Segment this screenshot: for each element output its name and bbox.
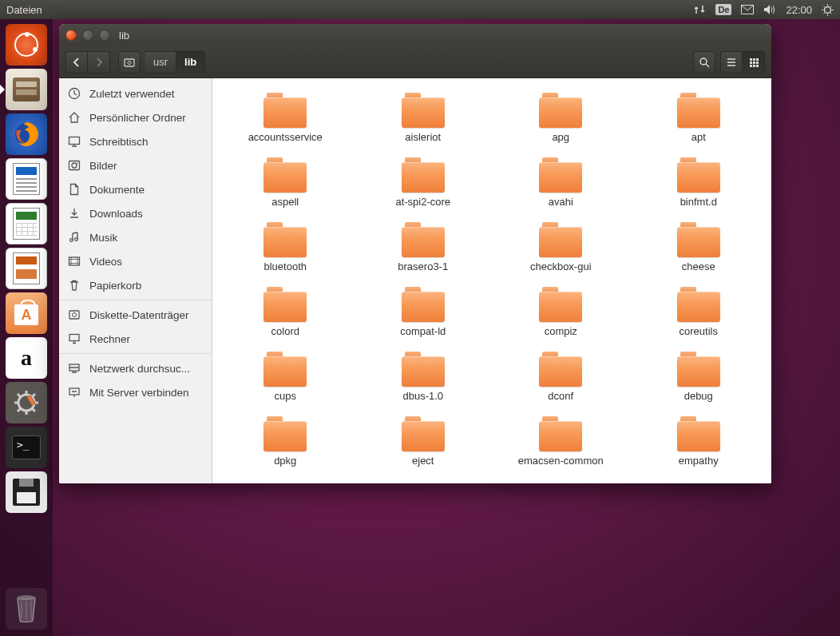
sidebar-item-trash[interactable]: Papierkorb [59,273,212,297]
launcher-software[interactable]: A [6,292,47,334]
sidebar-item-documents[interactable]: Dokumente [59,177,212,201]
folder-item[interactable]: bluetooth [220,222,351,272]
folder-item[interactable]: apt [634,93,764,143]
launcher-calc[interactable] [6,203,47,244]
sidebar-item-computer[interactable]: Rechner [59,327,212,351]
launcher-amazon[interactable]: a [6,337,47,379]
nav-back-button[interactable] [65,51,88,74]
launcher-firefox[interactable] [6,113,47,155]
view-list-button[interactable] [720,51,743,74]
search-button[interactable] [693,51,715,74]
folder-item[interactable]: dconf [496,352,626,402]
folder-item[interactable]: apg [496,93,626,143]
volume-icon[interactable] [763,4,776,15]
window-close-button[interactable] [65,30,77,41]
sidebar-item-label: Mit Server verbinden [89,387,189,399]
svg-rect-16 [756,65,759,67]
launcher-impress[interactable] [6,248,47,289]
sidebar-item-music[interactable]: Musik [59,225,212,249]
content-area[interactable]: accountsserviceaisleriotapgaptaspellat-s… [212,78,771,483]
folder-item[interactable]: compiz [496,287,626,337]
folder-item[interactable]: avahi [496,157,626,208]
launcher-writer[interactable] [6,158,47,200]
svg-point-7 [700,58,707,65]
connect-icon [67,385,81,399]
folder-item[interactable]: aspell [220,157,351,208]
sidebar-item-pictures[interactable]: Bilder [59,153,212,177]
folder-item[interactable]: checkbox-gui [496,222,626,272]
folder-item[interactable]: at-spi2-core [359,157,489,208]
power-cog-icon[interactable] [822,4,834,16]
sidebar-item-recent[interactable]: Zuletzt verwendet [59,81,212,105]
launcher-files[interactable] [6,69,47,110]
folder-item[interactable]: dbus-1.0 [359,352,489,402]
sidebar-item-label: Schreibtisch [89,136,149,148]
sidebar-separator [59,300,212,300]
launcher-dash[interactable] [6,24,47,66]
launcher-settings[interactable] [6,382,47,423]
folder-icon [539,287,582,322]
folder-icon [677,287,720,322]
folder-item[interactable]: emacsen-common [496,416,626,467]
sidebar-item-videos[interactable]: Videos [59,249,212,273]
clock[interactable]: 22:00 [786,4,812,16]
path-root-button[interactable] [118,51,141,74]
launcher-terminal[interactable]: >_ [6,427,47,468]
folder-item[interactable]: cheese [634,222,764,272]
sidebar-item-label: Dokumente [89,184,145,196]
sidebar-item-home[interactable]: Persönlicher Ordner [59,105,212,129]
folder-item[interactable]: brasero3-1 [359,222,489,272]
folder-icon [263,287,307,322]
folder-item[interactable]: empathy [634,416,764,467]
launcher-trash[interactable] [6,588,47,630]
svg-rect-13 [756,62,759,64]
window-titlebar[interactable]: lib [59,24,771,46]
keyboard-indicator[interactable]: De [715,4,731,15]
folder-item[interactable]: debug [634,352,764,402]
folder-item[interactable]: compat-ld [359,287,489,337]
launcher-floppy[interactable] [6,471,47,513]
sidebar-item-label: Papierkorb [89,280,141,292]
app-menu-title[interactable]: Dateien [6,4,42,16]
folder-item[interactable]: aisleriot [359,93,489,143]
sidebar-item-browse[interactable]: Netzwerk durchsuc... [59,356,212,380]
network-updown-icon[interactable] [693,4,706,15]
path-segment-lib[interactable]: lib [176,51,205,74]
mail-icon[interactable] [741,5,754,14]
downloads-icon [67,206,81,221]
folder-label: bluetooth [264,260,307,272]
folder-label: dconf [548,390,573,402]
music-icon [67,230,81,244]
folder-item[interactable]: colord [220,287,351,337]
nav-forward-button[interactable] [88,51,110,74]
sidebar-item-desktop[interactable]: Schreibtisch [59,129,212,153]
folder-item[interactable]: binfmt.d [634,157,764,208]
folder-label: emacsen-common [518,455,604,467]
sidebar-item-downloads[interactable]: Downloads [59,201,212,225]
folder-item[interactable]: eject [359,416,489,467]
folder-item[interactable]: cups [220,352,351,402]
videos-icon [67,254,81,268]
sidebar-item-connect[interactable]: Mit Server verbinden [59,380,212,404]
window-minimize-button[interactable] [82,30,93,41]
folder-label: dpkg [274,455,296,467]
svg-rect-27 [69,335,79,341]
sidebar: Zuletzt verwendetPersönlicher OrdnerSchr… [59,78,212,483]
svg-rect-15 [753,65,755,67]
sidebar-item-label: Persönlicher Ordner [89,112,186,124]
path-segment-usr[interactable]: usr [145,51,176,74]
view-grid-button[interactable] [743,51,765,74]
folder-label: debug [684,390,713,402]
folder-item[interactable]: dpkg [220,416,351,467]
home-icon [67,110,81,125]
folder-item[interactable]: coreutils [634,287,764,337]
window-maximize-button[interactable] [99,30,110,41]
sidebar-item-disk[interactable]: Diskette-Datenträger [59,303,212,327]
folder-label: at-spi2-core [395,196,450,208]
svg-rect-9 [753,58,755,61]
folder-icon [402,157,445,193]
sidebar-item-label: Videos [89,256,122,268]
folder-icon [539,93,582,128]
svg-point-26 [73,313,77,317]
folder-item[interactable]: accountsservice [220,93,351,143]
